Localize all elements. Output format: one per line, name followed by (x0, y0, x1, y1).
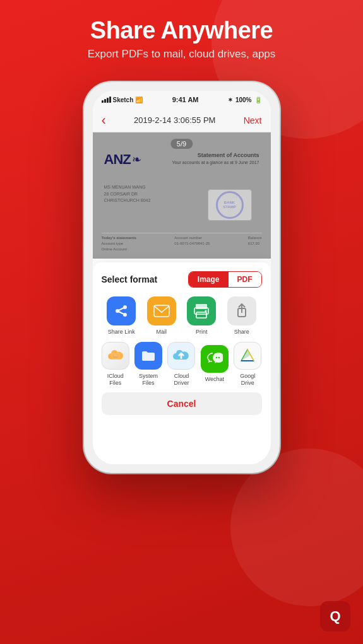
doc-divider (102, 233, 262, 233)
app-wechat[interactable]: Wechat (199, 345, 230, 383)
footer-col-3: Balance 617.93 (248, 235, 262, 252)
mail-icon (147, 296, 176, 325)
footer-col-1: Today's statements Account type Online A… (102, 235, 136, 252)
anz-icon: ❧ (132, 153, 141, 167)
wifi-icon: 📶 (135, 97, 143, 103)
header-section: Share Anywhere Export PDFs to mail, clou… (0, 18, 363, 61)
doc-footer: Today's statements Account type Online A… (102, 235, 262, 252)
phone-screen: Sketch 📶 9:41 AM ∗ 100% 🔋 ‹ 2019-2-14 3:… (93, 91, 271, 464)
battery-icon: 🔋 (254, 97, 262, 103)
system-files-icon (134, 342, 162, 370)
app-cloud-driver[interactable]: CloudDriver (166, 342, 196, 387)
carrier-label: Sketch (113, 97, 134, 103)
phone-outer: Sketch 📶 9:41 AM ∗ 100% 🔋 ‹ 2019-2-14 3:… (84, 82, 280, 473)
share-link-icon (107, 296, 136, 325)
icloud-label: ICloudFiles (107, 373, 124, 387)
sig-stamp: BANKSTAMP (216, 191, 244, 219)
print-icon (187, 296, 216, 325)
status-bar: Sketch 📶 9:41 AM ∗ 100% 🔋 (93, 91, 271, 108)
footer-col-2: Account number 01-0071-0479841-25 (174, 235, 210, 252)
icons-row-1: Share Link Mail (99, 296, 265, 336)
svg-rect-5 (154, 305, 169, 317)
svg-rect-6 (196, 304, 207, 309)
app-icloud-files[interactable]: ICloudFiles (100, 342, 131, 387)
page-indicator: 5/9 (170, 139, 193, 149)
svg-marker-16 (241, 349, 251, 361)
share-icon (227, 296, 256, 325)
cancel-button[interactable]: Cancel (102, 392, 262, 415)
cloud-driver-label: CloudDriver (174, 373, 189, 387)
cloud-driver-icon (167, 342, 195, 370)
bluetooth-icon: ∗ (228, 97, 233, 103)
anz-logo: ANZ ❧ (104, 151, 141, 168)
sub-title: Export PDFs to mail, cloud drives, apps (0, 48, 363, 61)
print-label: Print (196, 329, 208, 336)
format-buttons: Image PDF (188, 271, 262, 288)
app-share[interactable]: Share (225, 296, 258, 336)
app-mail[interactable]: Mail (145, 296, 178, 336)
system-files-label: SystemFiles (139, 373, 158, 387)
svg-point-13 (216, 357, 217, 358)
google-drive-label: GooglDrive (240, 373, 255, 387)
icloud-icon (102, 342, 129, 370)
phone-mockup: Sketch 📶 9:41 AM ∗ 100% 🔋 ‹ 2019-2-14 3:… (84, 82, 280, 473)
icons-row-2: ICloudFiles SystemFiles (99, 342, 265, 387)
app-logo: Q (320, 601, 350, 631)
format-label: Select format (102, 274, 158, 284)
app-google-drive[interactable]: GooglDrive (232, 342, 263, 387)
wechat-icon (201, 345, 229, 373)
google-drive-icon (234, 342, 261, 370)
battery-label: 100% (235, 97, 252, 103)
nav-next-button[interactable]: Next (244, 115, 262, 126)
signal-bars (102, 97, 111, 103)
statement-title: Statement of Accounts Your accounts at a… (172, 151, 259, 165)
anz-text: ANZ (104, 151, 131, 168)
app-print[interactable]: Print (185, 296, 218, 336)
svg-line-3 (117, 307, 125, 311)
app-share-link[interactable]: Share Link (105, 296, 138, 336)
status-left: Sketch 📶 (102, 97, 143, 103)
svg-line-4 (117, 311, 125, 315)
wechat-label: Wechat (205, 376, 224, 383)
main-title: Share Anywhere (0, 18, 363, 44)
nav-back-button[interactable]: ‹ (102, 114, 106, 127)
logo-letter: Q (330, 608, 340, 624)
mail-label: Mail (156, 329, 167, 336)
doc-preview: 5/9 ANZ ❧ Statement of Accounts Your acc… (93, 132, 271, 259)
nav-title: 2019-2-14 3:06:55 PM (134, 115, 215, 125)
status-time: 9:41 AM (172, 96, 199, 103)
logo-circle: Q (320, 601, 350, 631)
format-pdf-button[interactable]: PDF (229, 272, 261, 287)
signature-area: BANKSTAMP (208, 189, 252, 221)
app-system-files[interactable]: SystemFiles (133, 342, 164, 387)
svg-point-14 (218, 357, 220, 358)
svg-point-9 (205, 310, 207, 312)
status-right: ∗ 100% 🔋 (228, 97, 262, 103)
bottom-panel: Select format Image PDF (93, 262, 271, 464)
format-image-button[interactable]: Image (189, 272, 229, 287)
nav-bar: ‹ 2019-2-14 3:06:55 PM Next (93, 108, 271, 132)
share-link-label: Share Link (108, 329, 135, 336)
format-row: Select format Image PDF (99, 271, 265, 288)
share-label: Share (234, 329, 249, 336)
svg-rect-8 (196, 312, 206, 318)
